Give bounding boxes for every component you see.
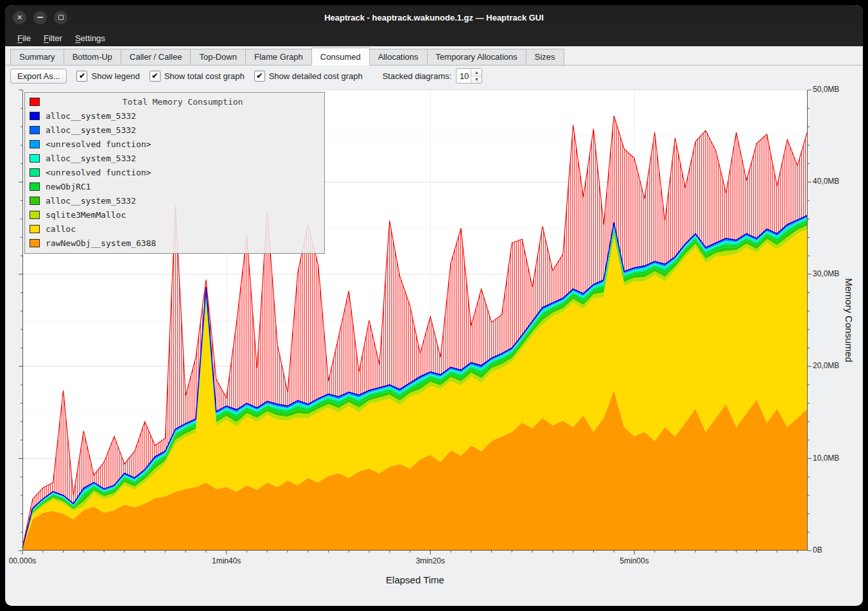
spinbox-increment[interactable]: ▲ (471, 69, 482, 76)
tab-top-down[interactable]: Top-Down (190, 49, 246, 66)
checkbox-box[interactable]: ✔ (150, 71, 161, 82)
tab-sizes[interactable]: Sizes (526, 49, 564, 66)
legend-swatch (30, 154, 40, 163)
x-axis-title: Elapsed Time (22, 574, 808, 585)
tab-summary[interactable]: Summary (10, 49, 64, 66)
window-controls: ✕ (5, 11, 67, 24)
legend-entry: calloc (30, 222, 320, 236)
spinbox-decrement[interactable]: ▼ (471, 76, 482, 84)
menu-settings[interactable]: Settings (69, 31, 111, 45)
checkbox-show-legend[interactable]: ✔Show legend (76, 71, 139, 82)
x-tick-label: 00.000s (9, 556, 37, 565)
legend-entry-label: <unresolved function> (46, 168, 151, 177)
legend-swatch (30, 182, 40, 191)
minimize-icon (37, 17, 43, 18)
toolbar: Export As... ✔Show legend✔Show total cos… (5, 66, 863, 86)
y-tick-label: 20,0MB (813, 361, 839, 370)
legend-entry-label: alloc__system_5332 (46, 111, 136, 121)
checkbox-group: ✔Show legend✔Show total cost graph✔Show … (76, 71, 362, 82)
legend-swatch (30, 239, 40, 247)
y-tick-label: 0B (813, 545, 822, 554)
close-icon: ✕ (17, 14, 22, 21)
memory-chart[interactable]: Total Memory Consumptionalloc__system_53… (22, 90, 808, 551)
export-as-button[interactable]: Export As... (10, 69, 67, 84)
checkbox-box[interactable]: ✔ (254, 71, 265, 82)
legend-entry-label: rawNewObj__system_6388 (46, 238, 156, 248)
legend-swatch (30, 98, 40, 106)
tab-allocations[interactable]: Allocations (369, 49, 428, 66)
checkbox-label: Show legend (91, 71, 139, 81)
tab-temporary-allocations[interactable]: Temporary Allocations (427, 49, 526, 66)
legend-title: Total Memory Consumption (46, 97, 320, 107)
legend-swatch (30, 140, 40, 148)
minimize-button[interactable] (33, 11, 47, 24)
legend-swatch (30, 168, 40, 177)
tab-consumed[interactable]: Consumed (311, 48, 370, 66)
x-tick-label: 3min20s (416, 556, 445, 565)
legend-entry-label: sqlite3MemMalloc (46, 210, 126, 220)
legend-entry-label: newObjRC1 (46, 182, 91, 191)
y-tick-label: 50,0MB (813, 85, 839, 94)
legend-entry-label: alloc__system_5332 (46, 196, 136, 206)
checkbox-show-detailed-cost-graph[interactable]: ✔Show detailed cost graph (254, 71, 363, 82)
legend-title-row: Total Memory Consumption (30, 94, 320, 109)
spinbox-value: 10 (456, 69, 471, 83)
legend-swatch (30, 126, 40, 134)
menubar: FileFilterSettings (5, 30, 863, 46)
legend-entry: alloc__system_5332 (30, 123, 320, 137)
legend-entry: newObjRC1 (30, 179, 320, 193)
app-window: ✕ Heaptrack - heaptrack.wakunode.1.gz — … (5, 5, 863, 606)
menu-filter[interactable]: Filter (38, 31, 68, 45)
legend-entry: <unresolved function> (30, 165, 320, 179)
y-tick-label: 10,0MB (813, 454, 839, 463)
legend-entry: <unresolved function> (30, 137, 320, 151)
legend-entry: rawNewObj__system_6388 (30, 236, 320, 250)
close-button[interactable]: ✕ (13, 11, 26, 24)
checkbox-show-total-cost-graph[interactable]: ✔Show total cost graph (150, 71, 245, 82)
stacked-diagrams-label: Stacked diagrams: (383, 71, 452, 81)
legend-entry: sqlite3MemMalloc (30, 208, 320, 222)
y-tick-label: 30,0MB (813, 269, 839, 278)
stacked-diagrams-spinbox[interactable]: 10 ▲ ▼ (456, 68, 482, 84)
legend-entry: alloc__system_5332 (30, 151, 320, 165)
checkbox-label: Show total cost graph (164, 71, 245, 81)
menu-file[interactable]: File (12, 31, 37, 45)
checkbox-box[interactable]: ✔ (76, 71, 87, 82)
legend-entry-label: calloc (46, 224, 76, 234)
checkbox-label: Show detailed cost graph (269, 71, 363, 81)
legend-swatch (30, 225, 40, 233)
spinbox-buttons: ▲ ▼ (471, 69, 482, 83)
titlebar: ✕ Heaptrack - heaptrack.wakunode.1.gz — … (5, 5, 863, 30)
maximize-icon (58, 15, 64, 20)
legend-entry-label: alloc__system_5332 (46, 125, 136, 135)
legend-swatch (30, 112, 40, 120)
x-tick-label: 5min00s (620, 556, 648, 565)
window-title: Heaptrack - heaptrack.wakunode.1.gz — He… (5, 13, 863, 22)
maximize-button[interactable] (54, 11, 67, 24)
legend-entry: alloc__system_5332 (30, 193, 320, 208)
legend-entry: alloc__system_5332 (30, 109, 320, 123)
legend-swatch (30, 197, 40, 205)
tab-caller-callee[interactable]: Caller / Callee (121, 49, 191, 66)
tab-flame-graph[interactable]: Flame Graph (245, 49, 312, 66)
y-tick-label: 40,0MB (813, 177, 839, 186)
legend-entry-label: alloc__system_5332 (46, 154, 136, 163)
tab-bar: SummaryBottom-UpCaller / CalleeTop-DownF… (5, 46, 863, 66)
legend-entry-label: <unresolved function> (46, 139, 151, 149)
y-axis-title: Memory Consumed (844, 90, 855, 551)
x-tick-label: 1min40s (212, 556, 241, 565)
tab-bottom-up[interactable]: Bottom-Up (64, 49, 121, 66)
legend-swatch (30, 211, 40, 219)
chart-legend: Total Memory Consumptionalloc__system_53… (24, 92, 325, 254)
